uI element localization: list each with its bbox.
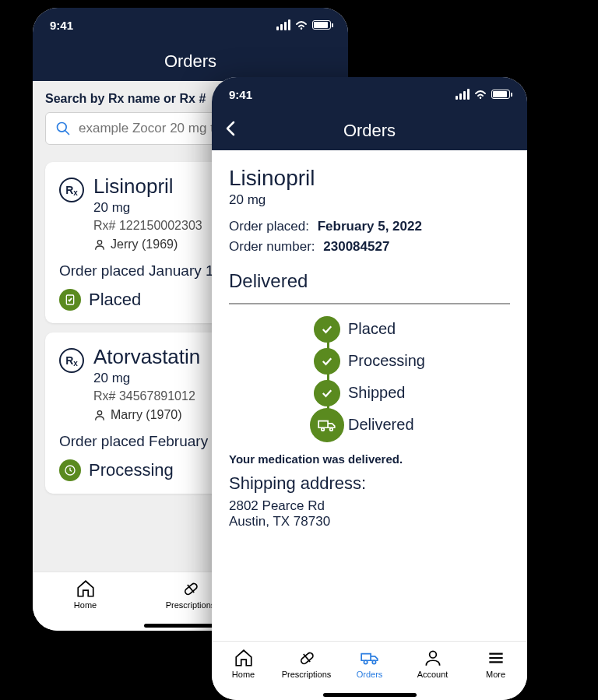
- home-indicator[interactable]: [323, 693, 417, 697]
- status-icon: [59, 289, 81, 311]
- tab-account[interactable]: Account: [406, 648, 460, 679]
- timeline-step: Placed: [348, 320, 396, 338]
- check-icon: [314, 380, 340, 406]
- placed-date: February 5, 2022: [318, 219, 422, 234]
- svg-point-17: [372, 660, 375, 663]
- timeline-step: Processing: [348, 352, 425, 370]
- status-time: 9:41: [229, 88, 252, 101]
- svg-point-3: [97, 241, 101, 244]
- order-number-label: Order number:: [229, 239, 315, 254]
- check-icon: [314, 316, 340, 343]
- rx-icon: Rx: [59, 348, 84, 373]
- patient-name: Jerry (1969): [111, 237, 178, 252]
- status-text: Placed: [89, 290, 141, 310]
- svg-point-18: [429, 651, 436, 658]
- pill-icon: [297, 648, 317, 668]
- status-icon: [59, 459, 81, 481]
- battery-icon: [312, 20, 331, 30]
- wifi-icon: [474, 90, 487, 99]
- status-time: 9:41: [50, 19, 73, 32]
- shipping-title: Shipping address:: [229, 473, 510, 494]
- tab-prescriptions[interactable]: Prescriptions: [280, 648, 334, 679]
- truck-icon: [310, 408, 344, 442]
- person-icon: [93, 238, 106, 251]
- truck-icon: [360, 648, 380, 668]
- tab-home[interactable]: Home: [58, 579, 113, 610]
- cellular-icon: [276, 19, 290, 30]
- drug-dose: 20 mg: [229, 192, 510, 208]
- status-bar: 9:41: [33, 8, 348, 42]
- page-title: Orders: [164, 51, 216, 72]
- tab-more[interactable]: More: [469, 648, 523, 679]
- drug-dose: 20 mg: [93, 200, 202, 216]
- page-title: Orders: [343, 121, 396, 141]
- cellular-icon: [456, 89, 470, 100]
- patient-row: Marry (1970): [93, 408, 200, 422]
- search-icon: [55, 121, 71, 136]
- navbar: Orders: [212, 111, 527, 150]
- back-button[interactable]: [224, 119, 237, 143]
- menu-icon: [486, 648, 506, 668]
- rx-number: Rx# 34567891012: [93, 389, 200, 403]
- rx-icon: Rx: [59, 178, 84, 202]
- status-bar: 9:41: [212, 77, 527, 111]
- svg-line-2: [65, 131, 69, 135]
- svg-point-11: [480, 97, 481, 98]
- shipping-line1: 2802 Pearce Rd: [229, 498, 510, 514]
- home-icon: [76, 579, 96, 599]
- tab-prescriptions[interactable]: Prescriptions: [164, 579, 218, 610]
- delivered-message: Your medication was delivered.: [229, 452, 510, 466]
- rx-number: Rx# 122150002303: [93, 219, 202, 233]
- home-icon: [234, 648, 254, 668]
- order-timeline: Placed Processing Shipped Delivered: [229, 320, 510, 434]
- person-icon: [93, 409, 106, 421]
- status-icons: [276, 19, 331, 30]
- check-icon: [314, 348, 340, 375]
- person-icon: [423, 648, 443, 668]
- navbar: Orders: [33, 42, 348, 81]
- content-area: Lisinopril 20 mg Order placed: February …: [212, 150, 527, 641]
- drug-name: Atorvastatin: [93, 345, 200, 369]
- drug-dose: 20 mg: [93, 371, 200, 386]
- tab-bar: Home Prescriptions Orders Account More: [212, 641, 527, 700]
- timeline-step: Shipped: [348, 384, 405, 402]
- tab-home[interactable]: Home: [216, 648, 271, 679]
- order-number: 230084527: [323, 239, 389, 254]
- placed-label: Order placed:: [229, 219, 309, 234]
- drug-name: Lisinopril: [229, 166, 510, 191]
- patient-name: Marry (1970): [111, 408, 182, 422]
- battery-icon: [491, 90, 510, 99]
- order-status: Delivered: [229, 270, 510, 292]
- timeline-step: Delivered: [348, 416, 413, 434]
- svg-point-5: [97, 411, 101, 415]
- patient-row: Jerry (1969): [93, 237, 202, 252]
- status-icons: [456, 89, 510, 100]
- svg-point-0: [301, 27, 302, 29]
- chevron-left-icon: [224, 119, 237, 138]
- pill-icon: [181, 579, 201, 599]
- status-text: Processing: [89, 460, 174, 480]
- wifi-icon: [295, 20, 308, 30]
- divider: [229, 303, 510, 304]
- svg-point-13: [330, 427, 332, 430]
- svg-point-12: [322, 427, 324, 430]
- svg-point-16: [364, 660, 367, 663]
- shipping-line2: Austin, TX 78730: [229, 514, 510, 529]
- order-detail-screen: 9:41 Orders Lisinopril 20 mg Order place…: [212, 77, 527, 700]
- tab-orders[interactable]: Orders: [343, 648, 397, 679]
- drug-name: Lisinopril: [93, 174, 202, 199]
